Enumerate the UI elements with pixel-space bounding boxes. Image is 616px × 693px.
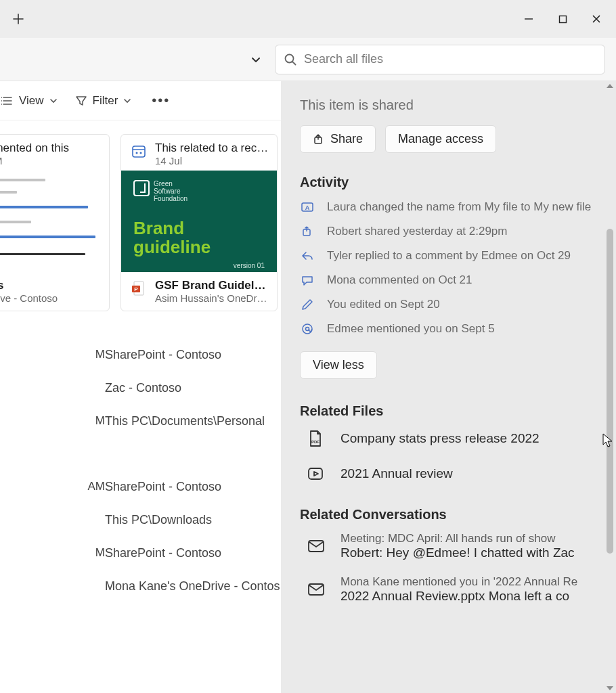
svg-rect-15	[309, 468, 322, 479]
list-col-time: M	[0, 348, 105, 362]
brand-title: Brand guideline	[133, 219, 265, 256]
share-button[interactable]: Share	[300, 125, 376, 153]
search-icon	[284, 53, 297, 66]
activity-item[interactable]: Mona commented on Oct 21	[300, 273, 601, 288]
card-subtitle: PM	[0, 155, 101, 166]
svg-point-4	[140, 152, 142, 154]
file-card[interactable]: nmented on this PM	[0, 134, 110, 311]
list-col-time: M	[0, 546, 105, 560]
scrollbar[interactable]	[605, 81, 615, 693]
card-preview	[0, 171, 109, 272]
view-button[interactable]: View	[0, 90, 60, 112]
conversation-item[interactable]: Meeting: MDC April: All hands run of sho…	[300, 532, 601, 560]
scroll-up-icon[interactable]	[607, 84, 613, 88]
svg-text:PDF: PDF	[311, 440, 320, 444]
list-col-location: Zac - Contoso	[105, 381, 281, 395]
svg-point-1	[286, 54, 294, 62]
card-file-name: tes	[0, 279, 101, 292]
file-card[interactable]: This related to a recen 14 Jul Green Sof…	[120, 134, 278, 311]
shared-status: This item is shared	[300, 97, 601, 113]
activity-item[interactable]: You edited on Sept 20	[300, 297, 601, 312]
list-col-time	[0, 579, 105, 594]
related-files-heading: Related Files	[300, 403, 601, 419]
activity-item[interactable]: Robert shared yesterday at 2:29pm	[300, 224, 601, 239]
list-row[interactable]: M SharePoint - Contoso	[0, 338, 281, 372]
mail-icon	[305, 535, 327, 557]
list-row[interactable]: This PC\Downloads	[0, 504, 281, 537]
scroll-thumb[interactable]	[607, 229, 613, 554]
conversations-list: Meeting: MDC April: All hands run of sho…	[300, 532, 601, 604]
rename-icon: A	[300, 200, 315, 215]
conversation-preview: Robert: Hey @Edmee! I chatted with Zac	[340, 545, 601, 560]
related-files-list: PDF Company stats press release 2022 202…	[300, 428, 601, 484]
pdf-file-icon: PDF	[305, 428, 326, 449]
svg-rect-2	[133, 146, 145, 157]
related-conversations-heading: Related Conversations	[300, 507, 601, 522]
view-less-button[interactable]: View less	[300, 351, 377, 379]
more-button[interactable]: •••	[146, 90, 175, 111]
scroll-track[interactable]	[607, 93, 613, 681]
comment-icon	[300, 273, 315, 288]
list-col-location: SharePoint - Contoso	[105, 480, 281, 494]
conversation-item[interactable]: Mona Kane mentioned you in '2022 Annual …	[300, 575, 601, 604]
reply-icon	[300, 248, 315, 263]
activity-heading: Activity	[300, 175, 601, 190]
minimize-button[interactable]	[513, 5, 544, 32]
related-file-item[interactable]: 2021 Annual review	[300, 464, 601, 484]
filter-button[interactable]: Filter	[72, 90, 135, 112]
activity-text: Tyler replied to a comment by Edmee on O…	[327, 249, 571, 263]
view-label: View	[19, 94, 44, 108]
list-col-time: AM	[0, 480, 105, 494]
activity-text: Edmee mentioned you on Sept 5	[327, 322, 495, 336]
list-row[interactable]: AM SharePoint - Contoso	[0, 470, 281, 504]
new-tab-button[interactable]	[4, 5, 32, 32]
conversation-subject: Mona Kane mentioned you in '2022 Annual …	[340, 575, 601, 589]
manage-access-button[interactable]: Manage access	[385, 125, 496, 153]
share-icon	[313, 133, 325, 146]
list-col-location: SharePoint - Contoso	[105, 546, 281, 560]
conversation-preview: 2022 Annual Review.pptx Mona left a co	[340, 589, 601, 604]
close-button[interactable]	[581, 5, 612, 32]
file-list: M SharePoint - Contoso Zac - Contoso M T…	[0, 311, 281, 603]
filter-label: Filter	[93, 94, 118, 108]
activity-item[interactable]: A Laura changed the name from My file to…	[300, 200, 601, 215]
maximize-button[interactable]	[547, 5, 578, 32]
scroll-down-icon[interactable]	[607, 686, 613, 690]
chevron-down-icon	[123, 97, 131, 105]
list-row[interactable]: M This PC\Documents\Personal	[0, 405, 281, 438]
card-file-location: Asim Hussain's OneDrive	[155, 292, 269, 304]
brand-version: version 01	[133, 262, 265, 269]
share-label: Share	[330, 132, 363, 146]
list-col-time: M	[0, 414, 105, 428]
card-title: nmented on this	[0, 141, 101, 155]
related-file-item[interactable]: PDF Company stats press release 2022	[300, 428, 601, 449]
activity-item[interactable]: Edmee mentioned you on Sept 5	[300, 321, 601, 336]
activity-text: Laura changed the name from My file to M…	[327, 200, 591, 214]
svg-text:P: P	[134, 286, 138, 292]
list-row[interactable]: Mona Kane's OneDrive - Contos	[0, 570, 281, 603]
powerpoint-icon: P	[129, 279, 148, 298]
scope-dropdown[interactable]	[244, 47, 268, 72]
list-col-location: This PC\Documents\Personal	[105, 414, 281, 428]
card-file-name: GSF Brand Guideline	[155, 279, 269, 292]
details-pane: This item is shared Share Manage access …	[281, 81, 616, 693]
list-row[interactable]: M SharePoint - Contoso	[0, 537, 281, 570]
svg-text:A: A	[305, 204, 310, 211]
list-col-location: Mona Kane's OneDrive - Contos	[105, 579, 281, 594]
activity-text: You edited on Sept 20	[327, 298, 440, 311]
video-file-icon	[305, 464, 326, 484]
activity-item[interactable]: Tyler replied to a comment by Edmee on O…	[300, 248, 601, 263]
svg-rect-0	[559, 16, 566, 22]
list-row[interactable]: Zac - Contoso	[0, 372, 281, 405]
brand-logo-text: Green Software Foundation	[154, 180, 188, 202]
card-file-location: Drive - Contoso	[0, 292, 101, 304]
search-input[interactable]	[304, 52, 596, 66]
search-field-wrap[interactable]	[275, 45, 605, 74]
share-icon	[300, 224, 315, 239]
view-less-label: View less	[313, 358, 364, 372]
manage-access-label: Manage access	[398, 132, 483, 146]
card-row: nmented on this PM	[0, 120, 281, 311]
calendar-icon	[129, 141, 148, 160]
svg-point-12	[303, 324, 312, 334]
related-file-name: Company stats press release 2022	[340, 431, 540, 446]
